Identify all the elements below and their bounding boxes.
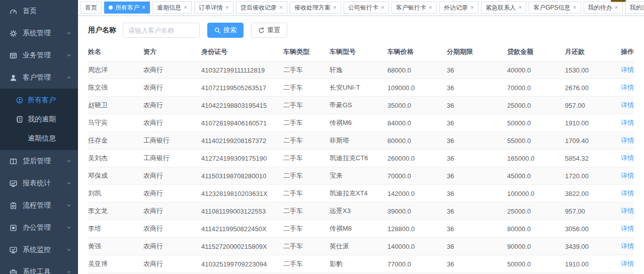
cell-vehicle_price: 70000.0 — [387, 167, 447, 185]
tab-label: 公司银行卡 — [348, 4, 378, 12]
cell-name: 黄强 — [88, 238, 143, 255]
sidebar-item-all-customers[interactable]: 所有客户 — [0, 91, 78, 110]
column-header-actions: 操作 — [618, 43, 634, 61]
detail-link[interactable]: 详情 — [621, 136, 634, 144]
detail-link[interactable]: 详情 — [621, 154, 634, 162]
sidebar-item-loan-mgmt[interactable]: 贷后管理 — [0, 150, 78, 172]
sidebar-item-label: 所有客户 — [28, 96, 73, 105]
search-input[interactable] — [123, 23, 200, 38]
refresh-icon — [258, 27, 265, 34]
sidebar-item-system-monitor[interactable]: 系统监控 — [0, 239, 78, 261]
tab-close-icon[interactable]: × — [470, 5, 474, 11]
tab-close-icon[interactable]: × — [142, 5, 145, 11]
tab-close-icon[interactable]: × — [279, 5, 283, 11]
sidebar-item-office-mgmt[interactable]: 办公管理 — [0, 217, 78, 239]
chevron-down-icon — [66, 158, 72, 164]
cell-monthly_payment: 1530.00 — [565, 61, 618, 79]
cell-term: 36 — [447, 202, 507, 220]
cell-funder: 农商行 — [143, 255, 201, 273]
main-area: 首页所有客户×逾期信息×订单详情×贷后催收记录×催收处理方案×公司银行卡×客户银… — [78, 0, 644, 274]
sidebar-item-label: 流程管理 — [23, 201, 66, 210]
cell-loan_amount: 50000.0 — [507, 255, 565, 273]
tab-3[interactable]: 订单详情× — [194, 2, 233, 14]
tab-5[interactable]: 催收处理方案× — [290, 2, 341, 14]
column-header-loan_amount: 贷款金额 — [507, 43, 565, 61]
tab-close-icon[interactable]: × — [225, 5, 229, 11]
cell-loan_amount: 70000.0 — [507, 79, 565, 97]
cell-term: 36 — [447, 61, 507, 79]
cell-vehicle_model: 凯迪拉克XT4 — [330, 185, 387, 202]
detail-link[interactable]: 详情 — [621, 66, 634, 74]
sidebar-item-system-tools[interactable]: 系统工具 — [0, 261, 78, 274]
table-row: 赵晓卫农商行410422198803195415二手车帝豪GS35000.036… — [88, 97, 634, 114]
cell-name: 邓保成 — [88, 167, 143, 185]
table-row: 李培农商行41142119950822450X二手车传祺M8128800.036… — [88, 220, 634, 238]
tab-close-icon[interactable]: × — [333, 5, 337, 11]
sidebar-item-overdue-info[interactable]: 逾期信息 — [0, 129, 78, 148]
sidebar: 首页系统管理业务管理客户管理所有客户我的逾期逾期信息贷后管理报表统计流程管理办公… — [0, 0, 78, 274]
tab-11[interactable]: 我的待办× — [584, 2, 623, 14]
tab-close-icon[interactable]: × — [184, 5, 187, 11]
tab-8[interactable]: 外访记录× — [439, 2, 478, 14]
cell-vehicle_price: 80000.0 — [387, 132, 447, 150]
tab-4[interactable]: 贷后催收记录× — [236, 2, 287, 14]
detail-link[interactable]: 详情 — [621, 119, 634, 126]
cell-vehicle_price: 39000.0 — [387, 202, 447, 220]
reset-button[interactable]: 重置 — [251, 23, 287, 38]
detail-link[interactable]: 详情 — [621, 242, 634, 250]
flow-icon — [10, 202, 17, 210]
cell-id_number: 41142119950822450X — [201, 220, 283, 238]
detail-link[interactable]: 详情 — [621, 207, 634, 215]
tab-close-icon[interactable]: × — [615, 5, 618, 11]
cell-loan_amount: 50000.0 — [507, 114, 565, 132]
detail-link[interactable]: 详情 — [621, 84, 634, 91]
cell-actions: 详情 — [618, 255, 634, 273]
tab-12[interactable]: 我的流程× — [625, 2, 644, 14]
cell-funder: 农商行 — [143, 79, 201, 97]
search-button[interactable]: 搜索 — [207, 23, 244, 38]
tab-6[interactable]: 公司银行卡× — [344, 2, 389, 14]
tab-10[interactable]: 客户GPS信息× — [529, 2, 581, 14]
cell-name: 吴刘杰 — [88, 150, 143, 167]
cell-monthly_payment: 2676.00 — [565, 79, 618, 97]
cell-vehicle_type: 二手车 — [283, 61, 330, 79]
tab-close-icon[interactable]: × — [381, 5, 384, 11]
sidebar-item-business-mgmt[interactable]: 业务管理 — [0, 44, 78, 66]
detail-link[interactable]: 详情 — [621, 225, 634, 232]
sidebar-item-my-overdue[interactable]: 我的逾期 — [0, 110, 78, 129]
sidebar-item-process-mgmt[interactable]: 流程管理 — [0, 194, 78, 217]
cell-vehicle_model: 凯迪拉克CT6 — [330, 150, 387, 167]
cell-funder: 农商行 — [143, 238, 201, 255]
cell-vehicle_model: 影豹 — [330, 255, 387, 273]
sidebar-item-home[interactable]: 首页 — [0, 0, 78, 22]
tab-close-icon[interactable]: × — [573, 5, 576, 11]
tab-close-icon[interactable]: × — [429, 5, 432, 11]
tab-label: 客户GPS信息 — [533, 4, 570, 12]
tab-7[interactable]: 客户银行卡× — [391, 2, 437, 14]
tab-1[interactable]: 所有客户× — [104, 2, 150, 14]
detail-link[interactable]: 详情 — [621, 260, 634, 267]
sidebar-item-system-mgmt[interactable]: 系统管理 — [0, 22, 78, 44]
tab-close-icon[interactable]: × — [518, 5, 522, 11]
sidebar-item-label: 首页 — [23, 7, 73, 16]
tab-2[interactable]: 逾期信息× — [152, 2, 192, 14]
tab-9[interactable]: 紧急联系人× — [481, 2, 526, 14]
column-header-vehicle_type: 车辆类型 — [283, 43, 330, 61]
cell-vehicle_price: 128800.0 — [387, 220, 447, 238]
chevron-down-icon — [66, 52, 72, 58]
detail-link[interactable]: 详情 — [621, 101, 634, 109]
sidebar-item-customer-mgmt[interactable]: 客户管理 — [0, 66, 78, 89]
cell-id_number: 411503198708280010 — [201, 167, 283, 185]
tab-0[interactable]: 首页 — [80, 2, 102, 14]
detail-link[interactable]: 详情 — [621, 189, 634, 197]
detail-link[interactable]: 详情 — [621, 172, 634, 179]
cell-vehicle_price: 142000.0 — [387, 185, 447, 202]
search-icon — [214, 27, 221, 34]
tab-label: 催收处理方案 — [294, 4, 331, 12]
sidebar-item-report-stats[interactable]: 报表统计 — [0, 172, 78, 194]
cell-term: 36 — [447, 132, 507, 150]
cell-loan_amount: 25000.0 — [507, 97, 565, 114]
search-form: 用户名称 搜索 重置 — [88, 22, 634, 38]
cell-name: 任存金 — [88, 132, 143, 150]
tab-label: 客户银行卡 — [396, 4, 426, 12]
